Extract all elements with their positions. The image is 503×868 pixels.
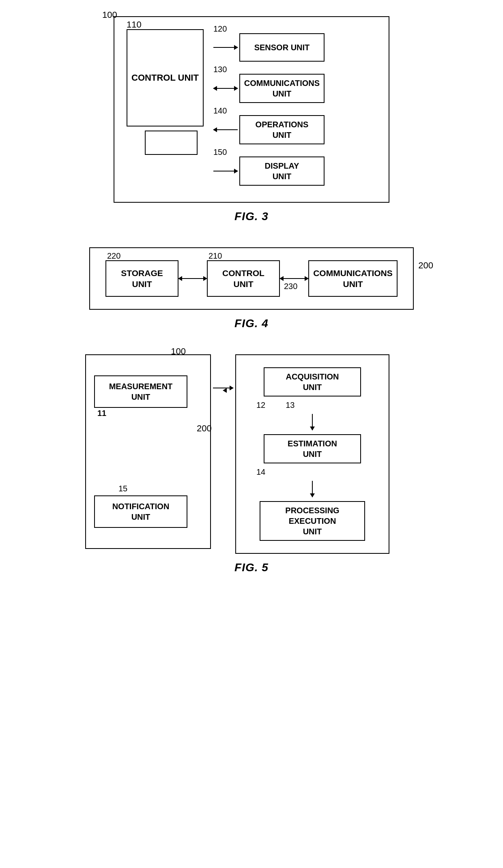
fig4-comm-unit-box: COMMUNICATIONS UNIT [308, 260, 398, 297]
fig5-diagram: 100 MEASUREMENT UNIT 11 15 NOTIFICATION … [85, 354, 418, 554]
fig5-arrow-down-1 [244, 414, 380, 430]
fig4-arrow-storage-control [178, 278, 207, 279]
fig4-ref-220: 220 [107, 251, 120, 261]
fig5-down-arrow-2 [312, 481, 313, 497]
fig4-diagram: 200 220 STORAGE UNIT 210 CONTROL UNIT [89, 247, 414, 310]
fig3-arrow-to-sensor [213, 47, 238, 48]
fig3-ops-unit-box: OPERATIONS UNIT [239, 115, 325, 144]
fig3-ops-row: 140 OPERATIONS UNIT [212, 115, 372, 144]
fig5-ref-200: 200 [197, 423, 212, 434]
fig5-ref-14-row: 14 [244, 467, 380, 477]
fig3-sensor-row: 120 SENSOR UNIT [212, 33, 372, 62]
fig5-estimation-unit-box: ESTIMATION UNIT [264, 434, 361, 463]
fig3-ref-130: 130 [213, 65, 227, 74]
fig4-arrow-control-comm: 230 [280, 278, 308, 279]
fig5-measurement-wrapper: MEASUREMENT UNIT 11 [94, 375, 187, 408]
fig4-inner: 220 STORAGE UNIT 210 CONTROL UNIT 230 [106, 260, 397, 297]
fig3-control-wrapper: 110 CONTROL UNIT [127, 29, 204, 126]
fig5-notification-wrapper: 15 NOTIFICATION UNIT [94, 495, 187, 528]
fig5-notification-unit-box: NOTIFICATION UNIT [94, 495, 187, 528]
fig5-refs-12-13: 12 13 [244, 401, 380, 410]
fig4-comm-wrapper: COMMUNICATIONS UNIT [308, 260, 398, 297]
fig3-display-unit-box: DISPLAY UNIT [239, 156, 325, 186]
fig3-left: 110 CONTROL UNIT [127, 29, 204, 190]
fig3-arrow-display [213, 171, 238, 171]
fig5-acquisition-wrapper: ACQUISITION UNIT [264, 367, 361, 396]
fig5-down-arrow-1 [312, 414, 313, 430]
fig5-processing-wrapper: PROCESSING EXECUTION UNIT [260, 501, 365, 541]
fig5-ref-100: 100 [171, 346, 186, 357]
fig4-ref-200: 200 [418, 260, 433, 271]
fig4-ref-210: 210 [209, 251, 222, 261]
fig5-middle-arrows: 200 [211, 354, 235, 414]
fig4-container: 200 220 STORAGE UNIT 210 CONTROL UNIT [24, 247, 479, 330]
fig5-arrow-down-2 [244, 481, 380, 497]
fig3-arrow-ops [213, 129, 238, 130]
fig5-acquisition-unit-box: ACQUISITION UNIT [264, 367, 361, 396]
fig3-arrow-comm [213, 88, 238, 89]
fig5-processing-unit-box: PROCESSING EXECUTION UNIT [260, 501, 365, 541]
fig3-display-row: 150 DISPLAY UNIT [212, 156, 372, 186]
fig5-measurement-unit-box: MEASUREMENT UNIT 11 [94, 375, 187, 408]
fig3-inner: 110 CONTROL UNIT 120 SENSOR UNIT [127, 29, 372, 190]
fig4-ref-230: 230 [284, 282, 297, 291]
fig5-right-outer-box: ACQUISITION UNIT 12 13 ESTIMATION UNIT 1… [235, 354, 389, 554]
fig3-ref-140: 140 [213, 106, 227, 116]
fig5-estimation-wrapper: ESTIMATION UNIT [264, 434, 361, 463]
fig4-control-wrapper: 210 CONTROL UNIT [207, 260, 280, 297]
fig5-ref-15: 15 [118, 484, 127, 493]
fig3-ref-120: 120 [213, 24, 227, 34]
fig3-container: 100 110 CONTROL UNIT 120 [24, 16, 479, 223]
fig5-ref-13: 13 [286, 401, 294, 410]
fig4-storage-wrapper: 220 STORAGE UNIT [105, 260, 178, 297]
fig5-label: FIG. 5 [234, 561, 269, 574]
fig3-comm-unit-box: COMMUNICATIONS UNIT [239, 74, 325, 103]
fig5-ref-12: 12 [256, 401, 265, 410]
fig3-comm-row: 130 COMMUNICATIONS UNIT [212, 74, 372, 103]
fig3-control-unit-box: CONTROL UNIT [127, 29, 204, 126]
fig4-label: FIG. 4 [234, 317, 269, 330]
fig5-ref-14: 14 [256, 467, 265, 477]
fig5-left-outer-box: 100 MEASUREMENT UNIT 11 15 NOTIFICATION … [85, 354, 211, 549]
fig3-sensor-unit-box: SENSOR UNIT [239, 33, 325, 62]
fig3-ref-100: 100 [102, 10, 117, 20]
fig4-bidirectional-arrow-2 [280, 278, 308, 279]
fig3-sub-box [145, 131, 198, 155]
fig5-container: 100 MEASUREMENT UNIT 11 15 NOTIFICATION … [24, 354, 479, 574]
fig4-storage-unit-box: STORAGE UNIT [105, 260, 178, 297]
fig4-bidirectional-arrow-1 [178, 278, 207, 279]
fig3-right: 120 SENSOR UNIT 130 COMMUNICATIONS UNIT [204, 29, 372, 190]
fig3-label: FIG. 3 [234, 210, 269, 223]
fig3-ref-150: 150 [213, 148, 227, 157]
fig3-diagram: 100 110 CONTROL UNIT 120 [114, 16, 389, 203]
fig5-ref-11: 11 [97, 408, 106, 418]
fig4-control-unit-box: CONTROL UNIT [207, 260, 280, 297]
fig3-ref-110: 110 [127, 19, 142, 30]
